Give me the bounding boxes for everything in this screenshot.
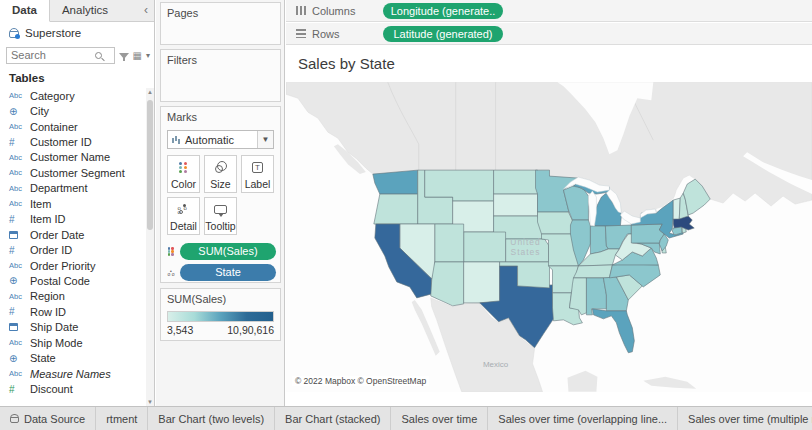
search-box[interactable] — [6, 47, 115, 64]
search-input[interactable] — [7, 49, 93, 61]
field-item[interactable]: Ship Date — [0, 320, 146, 335]
filters-card[interactable]: Filters — [160, 49, 281, 102]
field-item[interactable]: AbcMeasure Names — [0, 366, 146, 381]
pill-state[interactable]: State — [180, 264, 276, 281]
sheet-title: Sales by State — [286, 46, 812, 72]
sheet-tab-label: Sales over time (multiple rows) — [688, 413, 812, 425]
color-button[interactable]: Color — [167, 155, 200, 193]
field-item[interactable]: AbcOrder Priority — [0, 258, 146, 273]
field-item[interactable]: AbcCategory — [0, 88, 146, 103]
field-item[interactable]: AbcCustomer Name — [0, 150, 146, 165]
chevron-down-icon[interactable]: ▾ — [146, 51, 150, 60]
field-label: Postal Code — [30, 275, 90, 287]
scrollbar-thumb[interactable] — [147, 100, 153, 230]
mark-type-caret-icon[interactable]: ▼ — [257, 131, 273, 148]
columns-icon — [296, 6, 306, 15]
sheet-tab-sales-over-time-multiple-rows-[interactable]: Sales over time (multiple rows) — [678, 407, 812, 430]
state-CO[interactable] — [464, 232, 506, 262]
field-item[interactable]: AbcCustomer Segment — [0, 165, 146, 180]
columns-label: Columns — [312, 5, 355, 17]
field-label: Container — [30, 121, 78, 133]
field-label: State — [30, 352, 56, 364]
tables-header: Tables — [0, 66, 154, 87]
sheet-tab-data-source[interactable]: Data Source — [0, 407, 96, 430]
field-item[interactable]: AbcRegion — [0, 289, 146, 304]
text-field-icon: Abc — [9, 122, 25, 131]
state-PA[interactable] — [631, 224, 664, 243]
mark-type-dropdown[interactable]: Automatic ▼ — [167, 130, 274, 149]
field-item[interactable]: #Row ID — [0, 304, 146, 319]
tooltip-button[interactable]: Tooltip — [204, 197, 237, 235]
text-field-icon: Abc — [9, 292, 25, 301]
pill-longitude[interactable]: Longitude (generate.. — [383, 3, 503, 19]
text-field-icon: Abc — [9, 168, 25, 177]
text-field-icon: Abc — [9, 338, 25, 347]
sheet-tab-bar-chart-two-levels-[interactable]: Bar Chart (two levels) — [148, 407, 275, 430]
pill-sum-sales[interactable]: SUM(Sales) — [180, 243, 276, 260]
collapse-pane-icon[interactable]: ‹ — [144, 0, 154, 21]
state-UT[interactable] — [435, 224, 464, 262]
tab-data[interactable]: Data — [0, 0, 50, 22]
size-button-label: Size — [210, 178, 230, 190]
field-label: Customer Name — [30, 151, 110, 163]
map-view[interactable]: United States Mexico © 2022 Mapbox © Ope… — [286, 82, 812, 392]
field-item[interactable]: ⊕Postal Code — [0, 273, 146, 288]
legend-max: 10,90,616 — [227, 324, 274, 336]
sheet-tab-sales-over-time-overlapping-line-[interactable]: Sales over time (overlapping line... — [488, 407, 678, 430]
datasource-name: Superstore — [25, 27, 81, 39]
tooltip-icon — [214, 205, 227, 214]
filter-fields-icon[interactable] — [119, 53, 129, 59]
field-label: Region — [30, 290, 65, 302]
marks-card: Marks Automatic ▼ Color Size T Label o o… — [160, 106, 281, 283]
state-WA[interactable] — [373, 170, 418, 194]
choropleth-map[interactable]: United States Mexico — [286, 82, 812, 392]
state-TN[interactable] — [573, 265, 612, 278]
field-item[interactable]: ⊕City — [0, 103, 146, 118]
columns-shelf[interactable]: Columns Longitude (generate.. — [286, 0, 812, 22]
state-MT[interactable] — [425, 170, 494, 201]
field-label: Department — [30, 182, 87, 194]
rows-shelf[interactable]: Rows Latitude (generated) — [286, 23, 812, 45]
label-button[interactable]: T Label — [241, 155, 274, 193]
field-label: Ship Mode — [30, 337, 83, 349]
text-field-icon: Abc — [9, 91, 25, 100]
scroll-up-icon[interactable]: ▲ — [147, 89, 153, 95]
view-options-icon[interactable]: ▦ — [133, 50, 142, 61]
tab-analytics[interactable]: Analytics — [50, 0, 120, 21]
legend-gradient[interactable] — [167, 311, 274, 322]
filters-label: Filters — [161, 50, 280, 66]
field-item[interactable]: AbcShip Mode — [0, 335, 146, 350]
detail-button[interactable]: o o o Detail — [167, 197, 200, 235]
field-item[interactable]: #Discount — [0, 381, 146, 396]
state-ND[interactable] — [494, 170, 538, 194]
state-IA[interactable] — [538, 212, 576, 234]
scroll-down-icon[interactable]: ▼ — [147, 399, 153, 405]
field-item[interactable]: ⊕State — [0, 350, 146, 365]
size-button[interactable]: Size — [204, 155, 237, 193]
field-list-scrollbar[interactable]: ▲ ▼ — [146, 88, 154, 406]
detail-icon: o o o — [178, 204, 190, 214]
field-label: Item ID — [30, 213, 65, 225]
sheet-tab-label: Sales over time (overlapping line... — [498, 413, 667, 425]
state-SD[interactable] — [494, 194, 538, 216]
label-icon: T — [252, 162, 263, 173]
text-field-icon: Abc — [9, 199, 25, 208]
datasource-row[interactable]: Superstore — [0, 22, 154, 44]
sheet-tab-sales-over-time[interactable]: Sales over time — [391, 407, 488, 430]
pill-latitude[interactable]: Latitude (generated) — [383, 26, 503, 42]
field-item[interactable]: AbcDepartment — [0, 181, 146, 196]
field-item[interactable]: #Item ID — [0, 212, 146, 227]
pages-card[interactable]: Pages — [160, 2, 281, 45]
data-pane-tabs: Data Analytics ‹ — [0, 0, 154, 22]
sheet-tab-label: Sales over time — [401, 413, 477, 425]
field-item[interactable]: #Customer ID — [0, 134, 146, 149]
field-item[interactable]: AbcItem — [0, 196, 146, 211]
text-field-icon: Abc — [9, 369, 25, 378]
sheet-tab-rtment[interactable]: rtment — [96, 407, 148, 430]
field-item[interactable]: AbcContainer — [0, 119, 146, 134]
field-item[interactable]: Order Date — [0, 227, 146, 242]
field-item[interactable]: #Order ID — [0, 242, 146, 257]
sheet-tab-bar-chart-stacked-[interactable]: Bar Chart (stacked) — [275, 407, 391, 430]
state-OR[interactable] — [374, 194, 418, 224]
state-NM[interactable] — [464, 262, 500, 303]
